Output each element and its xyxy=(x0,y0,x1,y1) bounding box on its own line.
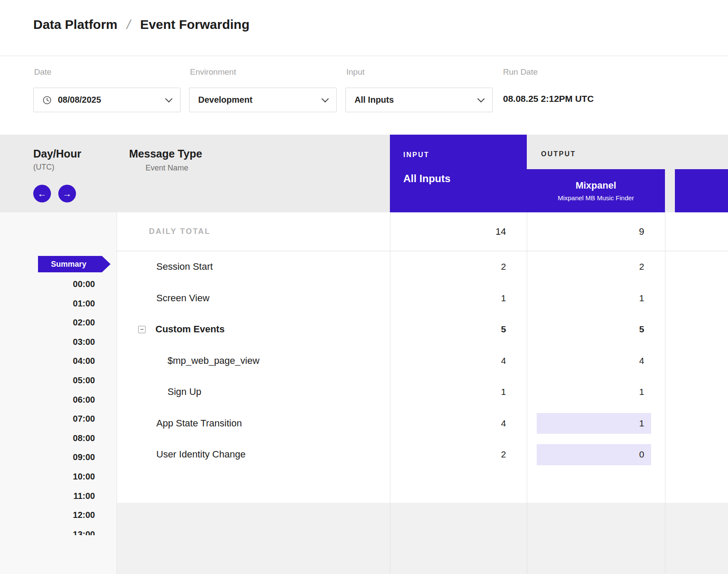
day-hour-subtitle: (UTC) xyxy=(33,163,81,172)
input-count: 5 xyxy=(390,314,527,345)
table-body: DAILY TOTAL 14 9 Session Start 2 2 Scree… xyxy=(117,212,728,503)
hour-row-label[interactable]: 13:00 xyxy=(39,525,95,535)
input-count: 1 xyxy=(390,376,527,408)
input-count: 4 xyxy=(390,408,527,439)
summary-flag[interactable]: Summary xyxy=(38,256,111,272)
hour-row-label[interactable]: 01:00 xyxy=(39,294,95,313)
date-dropdown[interactable]: 08/08/2025 xyxy=(33,88,180,112)
run-date-value: 08.08.25 2:12PM UTC xyxy=(503,94,594,104)
column-divider xyxy=(527,212,527,574)
breadcrumb: Data Platform / Event Forwarding xyxy=(33,17,250,32)
output-connector-partial[interactable] xyxy=(675,169,728,212)
column-divider xyxy=(665,212,665,574)
day-hour-header: Day/Hour (UTC) xyxy=(33,148,81,172)
date-label: Date xyxy=(34,67,51,77)
event-name-subtitle: Event Name xyxy=(146,164,202,173)
input-value: All Inputs xyxy=(355,95,394,105)
row-name: Screen View xyxy=(117,283,390,314)
input-dropdown[interactable]: All Inputs xyxy=(345,88,493,112)
hour-row-label[interactable]: 10:00 xyxy=(39,467,95,486)
hour-row-label[interactable]: 07:00 xyxy=(39,409,95,429)
output-cell-highlighted: 0 xyxy=(527,439,665,470)
table-row-group: − Custom Events 5 5 xyxy=(117,314,728,345)
hour-row-label[interactable]: 05:00 xyxy=(39,371,95,390)
clock-icon xyxy=(42,95,52,105)
table-row: App State Transition 4 1 xyxy=(117,408,728,439)
table-row-child: $mp_web_page_view 4 4 xyxy=(117,345,728,377)
hour-row-label[interactable]: 02:00 xyxy=(39,313,95,332)
arrow-left-icon: ← xyxy=(38,189,47,199)
message-type-title: Message Type xyxy=(129,148,202,160)
input-count: 4 xyxy=(390,345,527,377)
top-bar: Data Platform / Event Forwarding xyxy=(0,0,728,56)
run-date-label: Run Date xyxy=(503,67,538,77)
hour-row-label[interactable]: 04:00 xyxy=(39,351,95,371)
hour-row-label[interactable]: 11:00 xyxy=(39,486,95,506)
table-header: Day/Hour (UTC) ← → Message Type Event Na… xyxy=(0,135,728,212)
filter-bar: Date 08/08/2025 Environment Development … xyxy=(0,56,728,135)
output-count: 2 xyxy=(527,251,665,283)
output-count: 1 xyxy=(527,376,665,408)
highlight-cell: 0 xyxy=(537,444,651,465)
chevron-down-icon xyxy=(165,95,173,102)
row-name: App State Transition xyxy=(117,408,390,439)
input-column-label: INPUT xyxy=(403,151,527,159)
hour-row-label[interactable]: 09:00 xyxy=(39,448,95,467)
chevron-down-icon xyxy=(478,95,485,102)
input-label: Input xyxy=(346,67,364,77)
row-name: $mp_web_page_view xyxy=(117,345,390,377)
hour-row-label[interactable]: 03:00 xyxy=(39,332,95,352)
environment-dropdown[interactable]: Development xyxy=(189,88,337,112)
output-cell-highlighted: 1 xyxy=(527,408,665,439)
output-count: 1 xyxy=(639,418,644,429)
output-count: 5 xyxy=(527,314,665,345)
date-nav: ← → xyxy=(33,185,76,202)
row-name: Session Start xyxy=(117,251,390,283)
chevron-down-icon xyxy=(322,95,329,102)
output-count: 1 xyxy=(527,283,665,314)
hour-list: 00:00 01:00 02:00 03:00 04:00 05:00 06:0… xyxy=(39,274,95,535)
output-count: 0 xyxy=(639,449,644,460)
output-count: 4 xyxy=(527,345,665,377)
input-column-header[interactable]: INPUT All Inputs xyxy=(390,135,527,212)
output-connector-mixpanel[interactable]: Mixpanel Mixpanel MB Music Finder xyxy=(527,169,665,212)
breadcrumb-separator: / xyxy=(125,17,132,32)
message-type-header: Message Type Event Name xyxy=(129,148,202,173)
hour-row-label[interactable]: 00:00 xyxy=(39,274,95,294)
date-value: 08/08/2025 xyxy=(58,95,101,105)
table-row: Screen View 1 1 xyxy=(117,283,728,314)
row-name: User Identity Change xyxy=(117,439,390,470)
hour-row-label[interactable]: 08:00 xyxy=(39,429,95,448)
hour-row-label[interactable]: 06:00 xyxy=(39,390,95,410)
input-count: 2 xyxy=(390,251,527,283)
arrow-right-icon: → xyxy=(63,189,72,199)
input-count: 2 xyxy=(390,439,527,470)
column-divider xyxy=(390,212,390,574)
event-forwarding-page: Data Platform / Event Forwarding Date 08… xyxy=(0,0,728,574)
row-name: − Custom Events xyxy=(117,314,390,345)
environment-value: Development xyxy=(198,95,253,105)
input-column-selection: All Inputs xyxy=(403,173,527,185)
column-divider xyxy=(117,212,117,574)
collapse-icon[interactable]: − xyxy=(138,326,146,333)
hour-row-label[interactable]: 12:00 xyxy=(39,505,95,525)
daily-total-output: 9 xyxy=(527,212,665,251)
breadcrumb-section[interactable]: Data Platform xyxy=(33,17,117,32)
table-footer-band xyxy=(117,503,728,574)
page-title: Event Forwarding xyxy=(140,17,249,32)
table-row-child: Sign Up 1 1 xyxy=(117,376,728,408)
connector-subtitle: Mixpanel MB Music Finder xyxy=(558,194,634,202)
daily-total-label: DAILY TOTAL xyxy=(117,227,390,236)
row-name: Sign Up xyxy=(117,376,390,408)
prev-day-button[interactable]: ← xyxy=(33,185,51,202)
next-day-button[interactable]: → xyxy=(58,185,76,202)
table-row: User Identity Change 2 0 xyxy=(117,439,728,470)
output-column-label: OUTPUT xyxy=(541,150,576,158)
daily-total-input: 14 xyxy=(390,212,527,251)
daily-total-row: DAILY TOTAL 14 9 xyxy=(117,212,728,251)
environment-label: Environment xyxy=(190,67,236,77)
highlight-cell: 1 xyxy=(537,413,651,434)
table-row: Session Start 2 2 xyxy=(117,251,728,283)
input-count: 1 xyxy=(390,283,527,314)
hour-column: Summary 00:00 01:00 02:00 03:00 04:00 05… xyxy=(0,212,117,574)
